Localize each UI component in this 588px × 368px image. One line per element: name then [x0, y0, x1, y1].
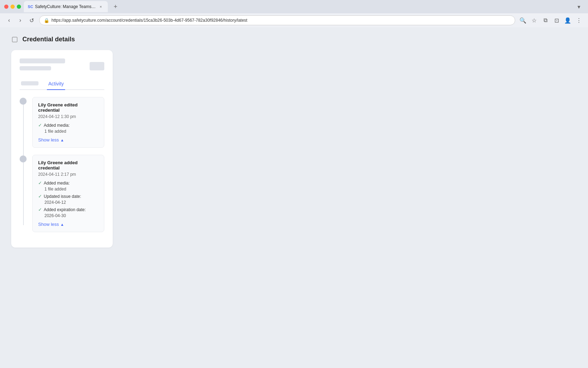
- skeleton-subtitle: [20, 66, 51, 70]
- back-icon: [11, 36, 18, 43]
- card-tabs: Activity: [20, 77, 104, 90]
- skeleton-header: [20, 58, 104, 70]
- tab-placeholder: [21, 81, 38, 85]
- menu-button[interactable]: ⋮: [574, 15, 584, 25]
- forward-button[interactable]: ›: [15, 15, 25, 25]
- check-icon: ✓: [38, 207, 42, 212]
- timeline-date: 2024-04-12 1:30 pm: [38, 114, 98, 119]
- timeline-change: ✓ Added expiration date: 2026-04-30: [38, 207, 98, 218]
- timeline-change-label: ✓ Updated issue date:: [38, 194, 98, 199]
- timeline-change: ✓ Added media: 1 file added: [38, 123, 98, 134]
- show-less-button[interactable]: Show less ▲: [38, 137, 98, 143]
- url-bar[interactable]: 🔒 https://app.safetyculture.com/account/…: [39, 15, 515, 25]
- tab-details[interactable]: [20, 78, 40, 90]
- timeline-dot: [20, 98, 27, 105]
- timeline-item: Lily Greene added credential 2024-04-11 …: [20, 155, 104, 232]
- timeline-change-label: ✓ Added media:: [38, 180, 98, 186]
- timeline-dot: [20, 155, 27, 162]
- new-tab-button[interactable]: +: [111, 2, 120, 12]
- timeline-change-label: ✓ Added expiration date:: [38, 207, 98, 212]
- show-less-button[interactable]: Show less ▲: [38, 222, 98, 227]
- tab-close-button[interactable]: ×: [98, 4, 104, 9]
- timeline-content: Lily Greene edited credential 2024-04-12…: [32, 97, 104, 148]
- timeline-change-value: 2026-04-30: [44, 213, 98, 218]
- skeleton-button: [90, 62, 104, 70]
- check-icon: ✓: [38, 180, 42, 186]
- timeline-content: Lily Greene added credential 2024-04-11 …: [32, 155, 104, 232]
- timeline-change: ✓ Updated issue date: 2024-04-12: [38, 194, 98, 205]
- back-button[interactable]: ‹: [4, 15, 14, 25]
- traffic-light-yellow[interactable]: [10, 5, 15, 9]
- timeline-change-value: 1 file added: [44, 187, 98, 192]
- timeline-date: 2024-04-11 2:17 pm: [38, 172, 98, 177]
- timeline-action-title: Lily Greene added credential: [38, 160, 98, 171]
- bookmark-button[interactable]: ☆: [529, 15, 539, 25]
- browser-tab-active[interactable]: SC SafetyCulture: Manage Teams and... ×: [24, 1, 108, 12]
- page-content: Credential details Activity Lily Green: [0, 27, 588, 368]
- tab-title: SafetyCulture: Manage Teams and...: [35, 4, 96, 9]
- tab-favicon: SC: [28, 4, 33, 9]
- address-bar: ‹ › ↺ 🔒 https://app.safetyculture.com/ac…: [0, 13, 588, 27]
- site-info-icon[interactable]: 🔒: [44, 18, 49, 23]
- timeline-action-title: Lily Greene edited credential: [38, 102, 98, 113]
- split-view-button[interactable]: ⊡: [552, 15, 561, 25]
- skeleton-title: [20, 58, 65, 63]
- page-title: Credential details: [22, 36, 75, 43]
- traffic-lights: [4, 5, 21, 9]
- check-icon: ✓: [38, 194, 42, 199]
- profile-button[interactable]: 👤: [563, 15, 573, 25]
- timeline-change-value: 1 file added: [44, 129, 98, 134]
- chevron-up-icon: ▲: [60, 222, 64, 227]
- browser-chrome: SC SafetyCulture: Manage Teams and... × …: [0, 0, 588, 27]
- traffic-light-red[interactable]: [4, 5, 8, 9]
- chevron-up-icon: ▲: [60, 138, 64, 142]
- svg-rect-0: [12, 37, 17, 42]
- timeline-change-label: ✓ Added media:: [38, 123, 98, 128]
- title-bar: SC SafetyCulture: Manage Teams and... × …: [0, 0, 588, 13]
- credential-card: Activity Lily Greene edited credential 2…: [11, 50, 113, 248]
- nav-buttons: ‹ › ↺: [4, 15, 36, 25]
- check-icon: ✓: [38, 123, 42, 128]
- tab-dropdown-button[interactable]: ▾: [574, 2, 584, 12]
- timeline-change: ✓ Added media: 1 file added: [38, 180, 98, 192]
- tab-activity[interactable]: Activity: [47, 78, 65, 90]
- traffic-light-green[interactable]: [17, 5, 21, 9]
- url-text: https://app.safetyculture.com/account/cr…: [51, 18, 511, 23]
- refresh-button[interactable]: ↺: [27, 15, 36, 25]
- page-header: Credential details: [11, 36, 577, 43]
- timeline-item: Lily Greene edited credential 2024-04-12…: [20, 97, 104, 148]
- timeline-change-value: 2024-04-12: [44, 200, 98, 205]
- activity-timeline: Lily Greene edited credential 2024-04-12…: [20, 97, 104, 232]
- browser-actions: 🔍 ☆ ⧉ ⊡ 👤 ⋮: [518, 15, 584, 25]
- extensions-button[interactable]: ⧉: [540, 15, 550, 25]
- search-button[interactable]: 🔍: [518, 15, 528, 25]
